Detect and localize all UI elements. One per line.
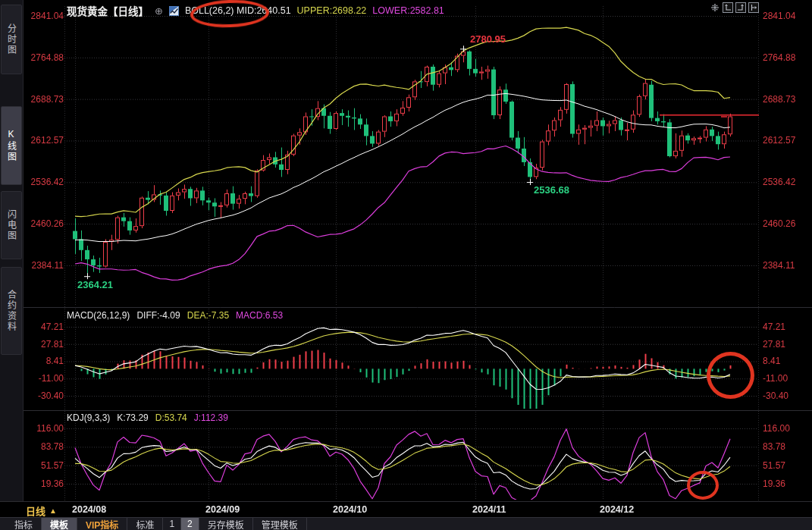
kdj-header: KDJ(9,3,3) K:73.29 D:53.74 J:112.39	[67, 412, 228, 423]
axis-right-icon[interactable]	[735, 2, 746, 13]
swing-low-price-label: 2536.68	[534, 184, 569, 196]
boll-upper-readout: UPPER:2698.22	[297, 5, 367, 16]
macd-diff-value: DIFF:-4.09	[136, 310, 180, 321]
macd-dea-value: DEA:-7.35	[187, 310, 229, 321]
kdj-y-tick-left: 19.36	[21, 478, 64, 489]
toolbar-item-7[interactable]: 另存模板	[199, 518, 253, 530]
chart-tool-icons	[710, 2, 759, 13]
main-y-tick-left: 2460.26	[21, 218, 64, 229]
kdj-y-tick-right: 116.00	[763, 423, 790, 434]
toolbar-item-4[interactable]: 标准	[127, 518, 163, 530]
main-y-tick-left: 2764.88	[21, 52, 64, 63]
toolbar-item-5[interactable]: 1	[163, 518, 181, 530]
high-price-label: 2780.95	[470, 33, 506, 45]
collapse-icon[interactable]: ⊕	[155, 6, 163, 16]
main-y-tick-left: 2536.42	[21, 177, 64, 187]
kdj-y-tick-left: 83.78	[21, 441, 64, 452]
sidebar-tab-3[interactable]: 闪电图	[1, 191, 22, 259]
main-y-tick-right: 2612.57	[763, 135, 795, 146]
axis-left-icon[interactable]	[723, 2, 733, 13]
macd-y-tick-right: -30.40	[763, 390, 788, 401]
main-y-tick-right: 2460.26	[763, 218, 795, 229]
main-y-tick-right: 2764.88	[763, 52, 795, 63]
x-axis-month-label: 2024/09	[205, 504, 240, 515]
kdj-d-value: D:53.74	[155, 412, 187, 423]
kdj-j-value: J:112.39	[194, 412, 228, 423]
sidebar-tab-2[interactable]: K线图	[1, 106, 22, 185]
instrument-title: 现货黄金【日线】	[67, 3, 149, 18]
main-y-tick-left: 2841.04	[21, 11, 64, 21]
kdj-y-tick-right: 83.78	[763, 441, 785, 452]
macd-y-tick-left: 8.41	[21, 356, 64, 366]
main-y-tick-right: 2688.73	[763, 94, 795, 105]
triangle-up-icon: ▲	[49, 506, 57, 515]
macd-bar-value: MACD:6.53	[236, 310, 283, 321]
x-axis-row	[0, 501, 812, 517]
toolbar-item-3[interactable]: VIP指标	[77, 518, 127, 530]
sidebar-tab-1[interactable]: 分时图	[1, 5, 22, 74]
macd-y-tick-right: -11.00	[763, 373, 788, 384]
toolbar-item-6[interactable]: 2	[181, 518, 199, 530]
period-selector-button[interactable]: 日线 ▲	[26, 503, 57, 518]
x-axis-month-label: 2024/10	[333, 504, 367, 515]
period-label: 日线	[26, 503, 45, 518]
kdj-y-tick-left: 116.00	[21, 423, 64, 434]
main-y-tick-right: 2536.42	[763, 177, 795, 187]
macd-y-tick-left: -30.40	[21, 390, 64, 401]
toolbar-item-8[interactable]: 管理模板	[253, 518, 307, 530]
bottom-toolbar: 指标模板VIP指标标准12另存模板管理模板	[0, 517, 812, 530]
toolbar-item-1[interactable]: 指标	[6, 518, 42, 530]
main-y-tick-right: 2841.04	[763, 11, 795, 21]
macd-title: MACD(26,12,9)	[67, 310, 130, 321]
boll-lower-readout: LOWER:2582.81	[372, 5, 444, 16]
chart-style-icon[interactable]	[169, 6, 179, 16]
macd-header: MACD(26,12,9) DIFF:-4.09 DEA:-7.35 MACD:…	[67, 310, 283, 321]
main-y-tick-left: 2612.57	[21, 135, 64, 146]
price-scale-icon[interactable]	[748, 2, 759, 13]
annotation-circle-macd	[707, 352, 754, 399]
main-y-tick-left: 2384.11	[21, 260, 64, 271]
x-axis-month-label: 2024/12	[600, 504, 634, 515]
kdj-k-value: K:73.29	[117, 412, 148, 423]
left-sidebar: 分时图K线图闪电图合约资料	[0, 0, 24, 501]
macd-y-tick-left: 27.81	[21, 339, 64, 350]
annotation-circle-kdj	[687, 471, 719, 500]
crosshair-icon[interactable]	[710, 2, 720, 13]
macd-y-tick-right: 8.41	[763, 356, 780, 366]
trading-app-window: 分时图K线图闪电图合约资料 现货黄金【日线】 ⊕ BOLL(26,2) MID:…	[0, 0, 812, 530]
x-axis-month-label: 2024/08	[72, 504, 106, 515]
macd-y-tick-left: -11.00	[21, 373, 64, 384]
macd-y-tick-right: 47.21	[763, 321, 785, 332]
macd-y-tick-right: 27.81	[763, 339, 785, 350]
kdj-y-tick-right: 51.57	[763, 460, 785, 471]
main-y-tick-left: 2688.73	[21, 94, 64, 105]
toolbar-item-2[interactable]: 模板	[42, 518, 77, 530]
macd-y-tick-left: 47.21	[21, 321, 64, 332]
kdj-y-tick-right: 19.36	[763, 478, 785, 489]
x-axis-month-label: 2024/11	[472, 504, 506, 515]
kline-chart-canvas[interactable]	[0, 0, 812, 530]
sidebar-tab-4[interactable]: 合约资料	[1, 267, 22, 355]
period-low-price-label: 2364.21	[77, 279, 113, 290]
kdj-y-tick-left: 51.57	[21, 460, 64, 471]
main-y-tick-right: 2384.11	[763, 260, 795, 271]
kdj-title: KDJ(9,3,3)	[67, 412, 110, 423]
